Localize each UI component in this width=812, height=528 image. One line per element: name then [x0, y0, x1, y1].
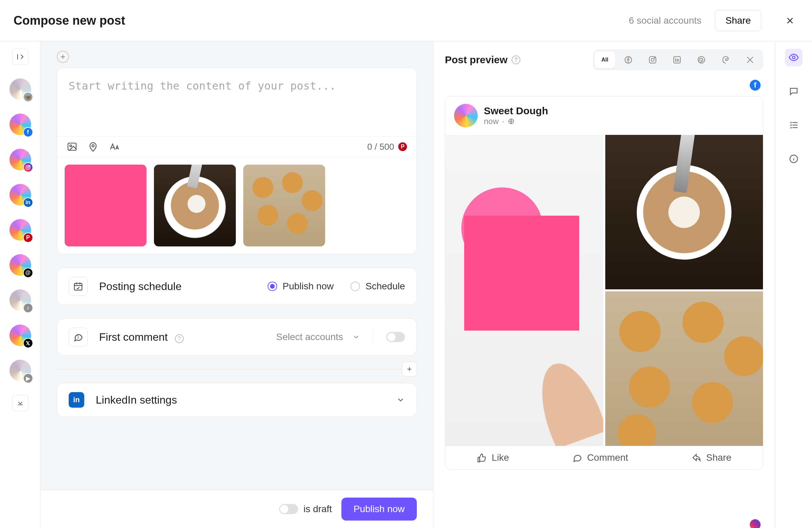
first-comment-title: First comment ?	[99, 331, 184, 344]
tab-x[interactable]	[739, 51, 761, 68]
text-icon	[108, 141, 119, 152]
tab-facebook[interactable]	[617, 51, 639, 68]
account-youtube[interactable]: ▶	[10, 360, 31, 381]
compose-footer: is draft Publish now	[41, 490, 433, 528]
share-action-button[interactable]: Share	[691, 452, 731, 463]
share-button[interactable]: Share	[715, 10, 761, 31]
media-thumbnails	[57, 157, 417, 254]
chevron-down-icon	[396, 395, 405, 404]
svg-point-5	[92, 145, 95, 147]
post-media-grid	[445, 135, 763, 446]
preview-media-1	[445, 135, 603, 446]
publish-button[interactable]: Publish now	[342, 498, 417, 521]
svg-rect-6	[74, 283, 82, 290]
radio-schedule[interactable]: Schedule	[350, 281, 405, 292]
linkedin-icon: in	[23, 197, 33, 208]
add-media-button[interactable]	[67, 141, 77, 152]
comment-button[interactable]: Comment	[572, 452, 628, 463]
svg-point-15	[792, 56, 795, 59]
first-comment-toggle[interactable]	[386, 332, 405, 342]
comments-panel-button[interactable]	[785, 82, 802, 100]
media-thumb-3[interactable]	[243, 165, 325, 246]
chevron-down-icon	[352, 333, 360, 341]
linkedin-settings-title: LinkedIn settings	[96, 394, 177, 406]
close-button[interactable]	[782, 12, 798, 29]
header: Compose new post 6 social accounts Share	[0, 0, 812, 41]
account-x[interactable]: 𝕏	[10, 325, 31, 346]
draft-toggle[interactable]	[279, 504, 298, 514]
tab-instagram[interactable]	[641, 51, 664, 68]
help-icon[interactable]: ?	[511, 56, 520, 64]
like-button[interactable]: Like	[477, 452, 509, 463]
first-comment-icon: 1	[69, 328, 88, 346]
schedule-title: Posting schedule	[99, 280, 182, 293]
add-variant-button[interactable]	[57, 51, 69, 63]
first-comment-block: 1 First comment ? Select accounts	[57, 318, 417, 356]
linkedin-icon	[672, 56, 681, 64]
draft-label: is draft	[304, 504, 332, 514]
checklist-icon	[789, 120, 799, 130]
radio-publish-now[interactable]: Publish now	[267, 281, 334, 292]
composer-toolbar: 0 / 500 P	[57, 136, 417, 157]
help-icon[interactable]: ?	[175, 334, 184, 343]
eye-icon	[788, 52, 799, 63]
composer-card: 0 / 500 P	[57, 67, 417, 254]
preview-scroll[interactable]: f Sweet Dough now ·	[433, 78, 775, 528]
instagram-icon	[648, 56, 657, 64]
preview-media-2	[605, 135, 763, 289]
accounts-rail: 🦋 f in P @	[0, 41, 41, 528]
image-icon	[67, 141, 77, 152]
accounts-count: 6 social accounts	[629, 15, 701, 26]
page-title: Compose new post	[14, 14, 629, 28]
tab-all[interactable]: All	[595, 51, 615, 68]
select-accounts-dropdown[interactable]: Select accounts	[276, 330, 405, 344]
text-style-button[interactable]	[108, 141, 119, 152]
close-icon	[785, 16, 795, 26]
svg-rect-3	[68, 143, 76, 150]
threads-icon: @	[23, 268, 33, 278]
scroll-accounts-down[interactable]	[12, 395, 28, 411]
tab-linkedin[interactable]	[666, 51, 688, 68]
svg-point-4	[70, 145, 71, 147]
svg-point-1	[27, 166, 29, 168]
account-facebook[interactable]: f	[10, 114, 31, 135]
svg-text:1: 1	[77, 335, 79, 340]
threads-icon	[721, 56, 730, 64]
info-panel-button[interactable]	[785, 150, 802, 168]
section-divider	[57, 369, 417, 369]
facebook-indicator-icon: f	[750, 80, 760, 91]
collapse-rail-button[interactable]	[12, 49, 28, 65]
post-actions: Like Comment Share	[445, 446, 763, 469]
tab-threads[interactable]	[714, 51, 737, 68]
media-thumb-2[interactable]	[154, 165, 236, 246]
instagram-icon	[23, 162, 33, 172]
tiktok-icon: ♪	[23, 303, 33, 313]
globACCe-icon	[508, 118, 514, 125]
add-location-button[interactable]	[88, 141, 99, 152]
account-tiktok[interactable]: ♪	[10, 289, 31, 311]
x-icon	[746, 56, 754, 64]
plus-icon	[60, 54, 66, 60]
comment-icon	[572, 453, 582, 463]
add-section-button[interactable]	[402, 362, 417, 377]
account-pinterest[interactable]: P	[10, 219, 31, 241]
media-thumb-1[interactable]	[64, 165, 146, 246]
plus-icon	[406, 366, 413, 373]
checklist-panel-button[interactable]	[785, 116, 802, 134]
info-icon	[789, 154, 799, 164]
tab-pinterest[interactable]	[690, 51, 712, 68]
preview-title: Post preview ?	[445, 54, 520, 65]
preview-toggle-button[interactable]	[785, 49, 802, 66]
bluesky-icon: 🦋	[23, 92, 33, 102]
char-counter: 0 / 500 P	[367, 142, 407, 152]
account-instagram[interactable]	[10, 149, 31, 170]
account-threads[interactable]: @	[10, 254, 31, 276]
post-textarea[interactable]	[57, 68, 417, 135]
share-icon	[691, 453, 701, 463]
post-meta: now ·	[484, 117, 548, 126]
pinterest-limit-icon: P	[398, 142, 407, 151]
linkedin-settings-block[interactable]: in LinkedIn settings	[57, 383, 417, 417]
account-bluesky[interactable]: 🦋	[10, 78, 31, 100]
account-linkedin[interactable]: in	[10, 184, 31, 206]
preview-media-3	[605, 291, 763, 446]
